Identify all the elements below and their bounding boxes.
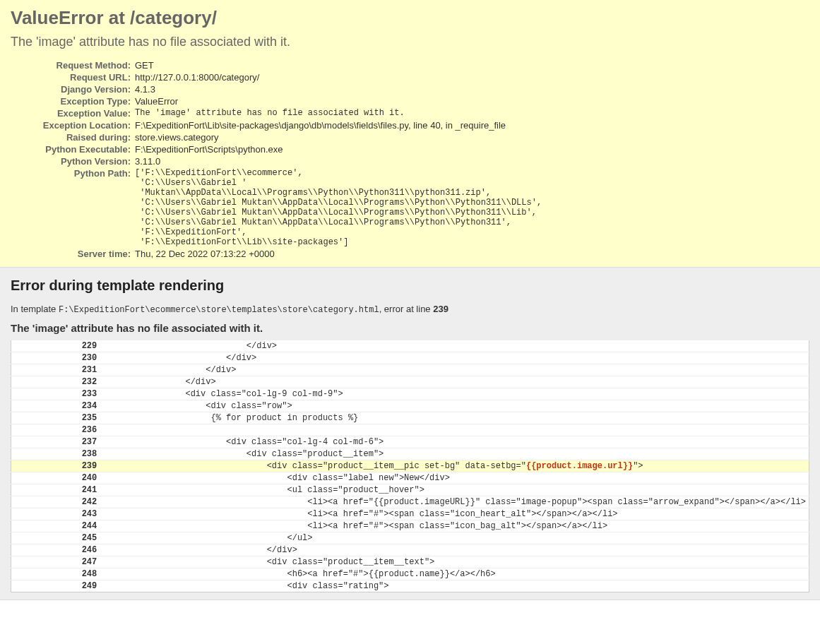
source-line: 234 <div class="row"> [11, 400, 809, 412]
line-code: <div class="rating"> [101, 580, 809, 592]
meta-row: Server time:Thu, 22 Dec 2022 07:13:22 +0… [11, 248, 542, 260]
line-code: <div class="product__item__text"> [101, 556, 809, 568]
line-number: 230 [11, 352, 102, 364]
meta-row: Request URL:http://127.0.0.1:8000/catego… [11, 71, 542, 83]
source-line: 241 <ul class="product__hover"> [11, 484, 809, 496]
meta-row: Django Version:4.1.3 [11, 83, 542, 95]
meta-label: Request Method: [11, 59, 135, 71]
meta-row: Request Method:GET [11, 59, 542, 71]
template-subheading: The 'image' attribute has no file associ… [11, 322, 809, 334]
request-meta-table: Request Method:GETRequest URL:http://127… [11, 59, 542, 260]
meta-value: store.views.category [135, 131, 542, 143]
source-line: 243 <li><a href="#"><span class="icon_he… [11, 508, 809, 520]
meta-value: 4.1.3 [135, 83, 542, 95]
meta-label: Python Version: [11, 155, 135, 167]
meta-value: ValueError [135, 95, 542, 107]
meta-value: F:\ExpeditionFort\Scripts\python.exe [135, 143, 542, 155]
line-number: 234 [11, 400, 102, 412]
meta-label: Exception Type: [11, 95, 135, 107]
meta-value: 3.11.0 [135, 155, 542, 167]
meta-label: Python Path: [11, 167, 135, 248]
source-line: 240 <div class="label new">New</div> [11, 472, 809, 484]
template-source-table: 229 </div>230 </div>231 </div>232 </div>… [11, 340, 809, 592]
line-code: </ul> [101, 532, 809, 544]
error-line-number: 239 [433, 304, 448, 314]
line-code: </div> [101, 352, 809, 364]
source-line: 244 <li><a href="#"><span class="icon_ba… [11, 520, 809, 532]
line-number: 236 [11, 424, 102, 436]
template-intro: In template F:\ExpeditionFort\ecommerce\… [11, 304, 809, 315]
line-number: 241 [11, 484, 102, 496]
meta-value: The 'image' attribute has no file associ… [135, 107, 542, 119]
source-line: 233 <div class="col-lg-9 col-md-9"> [11, 388, 809, 400]
source-line: 249 <div class="rating"> [11, 580, 809, 592]
meta-label: Exception Value: [11, 107, 135, 119]
template-heading: Error during template rendering [11, 278, 809, 294]
meta-row: Exception Location:F:\ExpeditionFort\Lib… [11, 119, 542, 131]
line-number: 229 [11, 340, 102, 352]
line-code: <li><a href="#"><span class="icon_bag_al… [101, 520, 809, 532]
line-number: 247 [11, 556, 102, 568]
source-line: 232 </div> [11, 376, 809, 388]
page-title: ValueError at /category/ [11, 7, 809, 29]
line-number: 231 [11, 364, 102, 376]
meta-value: F:\ExpeditionFort\Lib\site-packages\djan… [135, 119, 542, 131]
line-code: <div class="row"> [101, 400, 809, 412]
template-error-section: Error during template rendering In templ… [0, 268, 820, 600]
source-line: 235 {% for product in products %} [11, 412, 809, 424]
meta-label: Python Executable: [11, 143, 135, 155]
source-line: 237 <div class="col-lg-4 col-md-6"> [11, 436, 809, 448]
meta-value: Thu, 22 Dec 2022 07:13:22 +0000 [135, 248, 542, 260]
line-code: </div> [101, 364, 809, 376]
meta-row: Python Path:['F:\\ExpeditionFort\\ecomme… [11, 167, 542, 248]
line-code: <div class="product__item__pic set-bg" d… [101, 460, 809, 472]
line-number: 246 [11, 544, 102, 556]
source-line: 247 <div class="product__item__text"> [11, 556, 809, 568]
line-code: <ul class="product__hover"> [101, 484, 809, 496]
line-code: <div class="col-lg-4 col-md-6"> [101, 436, 809, 448]
line-code: <div class="product__item"> [101, 448, 809, 460]
line-code: <h6><a href="#">{{product.name}}</a></h6… [101, 568, 809, 580]
source-line: 242 <li><a href="{{product.imageURL}}" c… [11, 496, 809, 508]
meta-row: Raised during:store.views.category [11, 131, 542, 143]
meta-row: Python Version:3.11.0 [11, 155, 542, 167]
line-number: 235 [11, 412, 102, 424]
meta-row: Exception Value:The 'image' attribute ha… [11, 107, 542, 119]
summary-panel: ValueError at /category/ The 'image' att… [0, 0, 820, 268]
line-code: </div> [101, 376, 809, 388]
line-number: 238 [11, 448, 102, 460]
meta-value: GET [135, 59, 542, 71]
source-line: 236 [11, 424, 809, 436]
line-number: 240 [11, 472, 102, 484]
meta-row: Python Executable:F:\ExpeditionFort\Scri… [11, 143, 542, 155]
meta-value: ['F:\\ExpeditionFort\\ecommerce', 'C:\\U… [135, 167, 542, 248]
line-code: <div class="label new">New</div> [101, 472, 809, 484]
source-line: 238 <div class="product__item"> [11, 448, 809, 460]
line-number: 244 [11, 520, 102, 532]
highlighted-template-var: {{product.image.url}} [526, 461, 633, 471]
line-code [101, 424, 809, 436]
line-number: 248 [11, 568, 102, 580]
line-number: 233 [11, 388, 102, 400]
line-number: 237 [11, 436, 102, 448]
line-number: 242 [11, 496, 102, 508]
line-number: 239 [11, 460, 102, 472]
line-number: 245 [11, 532, 102, 544]
line-code: <li><a href="{{product.imageURL}}" class… [101, 496, 809, 508]
line-code: </div> [101, 340, 809, 352]
template-path: F:\ExpeditionFort\ecommerce\store\templa… [59, 305, 379, 315]
exception-subtitle: The 'image' attribute has no file associ… [11, 35, 809, 49]
meta-row: Exception Type:ValueError [11, 95, 542, 107]
source-line: 229 </div> [11, 340, 809, 352]
source-line: 245 </ul> [11, 532, 809, 544]
line-number: 232 [11, 376, 102, 388]
line-number: 249 [11, 580, 102, 592]
line-code: </div> [101, 544, 809, 556]
meta-label: Django Version: [11, 83, 135, 95]
source-line: 230 </div> [11, 352, 809, 364]
meta-value: http://127.0.0.1:8000/category/ [135, 71, 542, 83]
line-code: <li><a href="#"><span class="icon_heart_… [101, 508, 809, 520]
meta-label: Server time: [11, 248, 135, 260]
line-code: {% for product in products %} [101, 412, 809, 424]
line-code: <div class="col-lg-9 col-md-9"> [101, 388, 809, 400]
